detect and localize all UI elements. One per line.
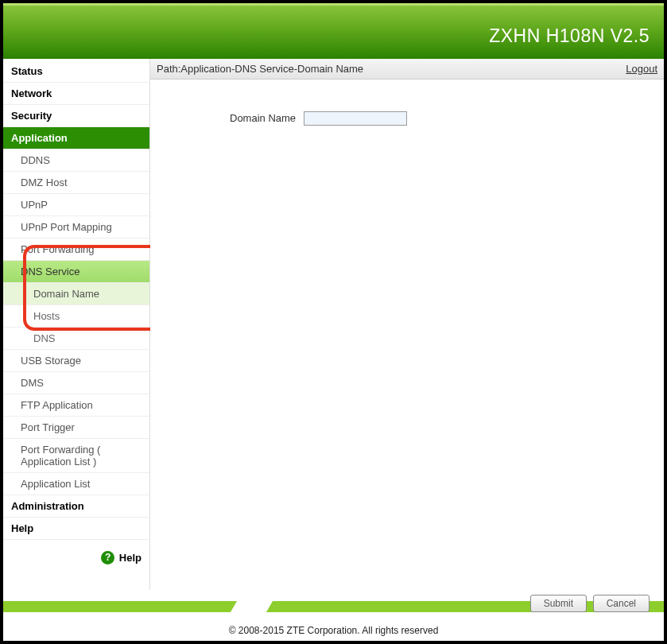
nav-dms[interactable]: DMS xyxy=(3,372,149,394)
help-icon[interactable]: ? xyxy=(101,551,114,564)
sidebar: Status Network Security Application DDNS… xyxy=(3,59,150,590)
breadcrumb: Path:Application-DNS Service-Domain Name… xyxy=(150,59,664,80)
product-title: ZXHN H108N V2.5 xyxy=(489,25,650,47)
header: ZXHN H108N V2.5 xyxy=(3,3,664,59)
form-area: Domain Name xyxy=(150,80,664,126)
nav-upnp-port-mapping[interactable]: UPnP Port Mapping xyxy=(3,216,149,239)
nav-upnp[interactable]: UPnP xyxy=(3,194,149,216)
content-area: Path:Application-DNS Service-Domain Name… xyxy=(150,59,664,590)
footer-bar: Submit Cancel xyxy=(3,590,664,620)
nav-port-trigger[interactable]: Port Trigger xyxy=(3,417,149,439)
domain-name-label: Domain Name xyxy=(230,112,296,124)
nav-port-forwarding-app-list[interactable]: Port Forwarding ( Application List ) xyxy=(3,439,149,473)
nav-dmz-host[interactable]: DMZ Host xyxy=(3,172,149,194)
nav-dns[interactable]: DNS xyxy=(3,328,149,350)
submit-button[interactable]: Submit xyxy=(530,595,587,612)
nav-hosts[interactable]: Hosts xyxy=(3,305,149,328)
header-accent xyxy=(3,3,664,6)
nav-network[interactable]: Network xyxy=(3,83,149,105)
nav-status[interactable]: Status xyxy=(3,60,149,83)
nav-help[interactable]: Help xyxy=(3,518,149,540)
footer-decoration xyxy=(242,601,273,612)
nav-domain-name[interactable]: Domain Name xyxy=(3,283,149,305)
button-row: Submit Cancel xyxy=(527,595,650,612)
domain-name-input[interactable] xyxy=(304,111,407,126)
nav-port-forwarding[interactable]: Port Forwarding xyxy=(3,239,149,261)
nav-application[interactable]: Application xyxy=(3,127,149,149)
nav-security[interactable]: Security xyxy=(3,105,149,127)
nav-application-list[interactable]: Application List xyxy=(3,473,149,495)
nav-usb-storage[interactable]: USB Storage xyxy=(3,350,149,372)
logout-link[interactable]: Logout xyxy=(626,63,657,75)
nav-dns-service[interactable]: DNS Service xyxy=(3,261,149,283)
nav-ftp-application[interactable]: FTP Application xyxy=(3,394,149,417)
help-link[interactable]: Help xyxy=(119,552,142,564)
nav-administration[interactable]: Administration xyxy=(3,495,149,518)
breadcrumb-path: Path:Application-DNS Service-Domain Name xyxy=(157,63,363,75)
cancel-button[interactable]: Cancel xyxy=(593,595,650,612)
help-link-wrap: ? Help xyxy=(3,540,149,564)
copyright: © 2008-2015 ZTE Corporation. All rights … xyxy=(3,620,664,641)
nav-ddns[interactable]: DDNS xyxy=(3,149,149,172)
